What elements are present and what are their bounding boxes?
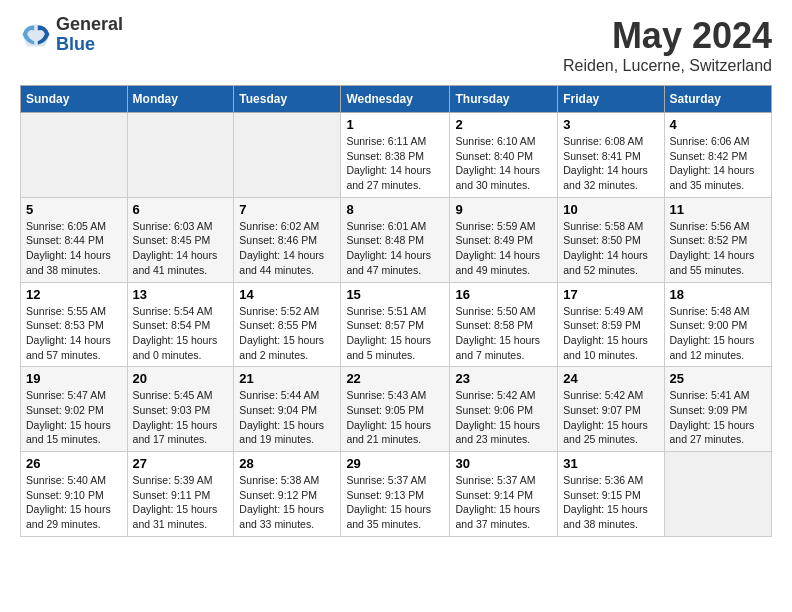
day-number: 29 [346, 456, 444, 471]
calendar-cell: 31Sunrise: 5:36 AMSunset: 9:15 PMDayligh… [558, 452, 664, 537]
day-number: 3 [563, 117, 658, 132]
day-number: 16 [455, 287, 552, 302]
calendar-cell: 14Sunrise: 5:52 AMSunset: 8:55 PMDayligh… [234, 282, 341, 367]
calendar-header: Sunday Monday Tuesday Wednesday Thursday… [21, 86, 772, 113]
day-number: 11 [670, 202, 767, 217]
day-info: Sunrise: 5:50 AMSunset: 8:58 PMDaylight:… [455, 304, 552, 363]
calendar-cell: 11Sunrise: 5:56 AMSunset: 8:52 PMDayligh… [664, 197, 772, 282]
day-info: Sunrise: 6:08 AMSunset: 8:41 PMDaylight:… [563, 134, 658, 193]
day-info: Sunrise: 5:40 AMSunset: 9:10 PMDaylight:… [26, 473, 122, 532]
calendar-cell [234, 113, 341, 198]
day-info: Sunrise: 5:51 AMSunset: 8:57 PMDaylight:… [346, 304, 444, 363]
day-info: Sunrise: 5:44 AMSunset: 9:04 PMDaylight:… [239, 388, 335, 447]
calendar-cell: 22Sunrise: 5:43 AMSunset: 9:05 PMDayligh… [341, 367, 450, 452]
day-info: Sunrise: 5:43 AMSunset: 9:05 PMDaylight:… [346, 388, 444, 447]
header-tuesday: Tuesday [234, 86, 341, 113]
day-info: Sunrise: 5:48 AMSunset: 9:00 PMDaylight:… [670, 304, 767, 363]
calendar-cell: 4Sunrise: 6:06 AMSunset: 8:42 PMDaylight… [664, 113, 772, 198]
day-info: Sunrise: 5:37 AMSunset: 9:14 PMDaylight:… [455, 473, 552, 532]
calendar-cell: 1Sunrise: 6:11 AMSunset: 8:38 PMDaylight… [341, 113, 450, 198]
calendar-cell [664, 452, 772, 537]
calendar-cell: 28Sunrise: 5:38 AMSunset: 9:12 PMDayligh… [234, 452, 341, 537]
logo-blue-label: Blue [56, 35, 123, 55]
week-row-4: 19Sunrise: 5:47 AMSunset: 9:02 PMDayligh… [21, 367, 772, 452]
day-info: Sunrise: 5:47 AMSunset: 9:02 PMDaylight:… [26, 388, 122, 447]
day-info: Sunrise: 5:55 AMSunset: 8:53 PMDaylight:… [26, 304, 122, 363]
day-info: Sunrise: 5:45 AMSunset: 9:03 PMDaylight:… [133, 388, 229, 447]
header: General Blue May 2024 Reiden, Lucerne, S… [20, 15, 772, 75]
header-wednesday: Wednesday [341, 86, 450, 113]
day-number: 20 [133, 371, 229, 386]
day-number: 21 [239, 371, 335, 386]
day-number: 28 [239, 456, 335, 471]
header-monday: Monday [127, 86, 234, 113]
calendar-cell: 10Sunrise: 5:58 AMSunset: 8:50 PMDayligh… [558, 197, 664, 282]
calendar-cell: 6Sunrise: 6:03 AMSunset: 8:45 PMDaylight… [127, 197, 234, 282]
calendar-cell: 29Sunrise: 5:37 AMSunset: 9:13 PMDayligh… [341, 452, 450, 537]
header-thursday: Thursday [450, 86, 558, 113]
day-info: Sunrise: 5:52 AMSunset: 8:55 PMDaylight:… [239, 304, 335, 363]
day-info: Sunrise: 5:38 AMSunset: 9:12 PMDaylight:… [239, 473, 335, 532]
calendar-cell: 9Sunrise: 5:59 AMSunset: 8:49 PMDaylight… [450, 197, 558, 282]
logo-text: General Blue [56, 15, 123, 55]
calendar-cell: 20Sunrise: 5:45 AMSunset: 9:03 PMDayligh… [127, 367, 234, 452]
calendar-cell: 25Sunrise: 5:41 AMSunset: 9:09 PMDayligh… [664, 367, 772, 452]
logo-icon [20, 21, 52, 49]
day-number: 12 [26, 287, 122, 302]
logo-general-label: General [56, 15, 123, 35]
day-info: Sunrise: 5:41 AMSunset: 9:09 PMDaylight:… [670, 388, 767, 447]
calendar-cell: 24Sunrise: 5:42 AMSunset: 9:07 PMDayligh… [558, 367, 664, 452]
day-number: 18 [670, 287, 767, 302]
calendar-cell: 2Sunrise: 6:10 AMSunset: 8:40 PMDaylight… [450, 113, 558, 198]
day-info: Sunrise: 6:05 AMSunset: 8:44 PMDaylight:… [26, 219, 122, 278]
calendar-cell: 23Sunrise: 5:42 AMSunset: 9:06 PMDayligh… [450, 367, 558, 452]
header-saturday: Saturday [664, 86, 772, 113]
calendar-cell: 16Sunrise: 5:50 AMSunset: 8:58 PMDayligh… [450, 282, 558, 367]
day-number: 30 [455, 456, 552, 471]
day-info: Sunrise: 5:49 AMSunset: 8:59 PMDaylight:… [563, 304, 658, 363]
day-number: 8 [346, 202, 444, 217]
day-number: 7 [239, 202, 335, 217]
calendar-cell: 3Sunrise: 6:08 AMSunset: 8:41 PMDaylight… [558, 113, 664, 198]
day-info: Sunrise: 5:42 AMSunset: 9:07 PMDaylight:… [563, 388, 658, 447]
calendar-table: Sunday Monday Tuesday Wednesday Thursday… [20, 85, 772, 537]
logo: General Blue [20, 15, 123, 55]
calendar-cell: 13Sunrise: 5:54 AMSunset: 8:54 PMDayligh… [127, 282, 234, 367]
day-info: Sunrise: 6:01 AMSunset: 8:48 PMDaylight:… [346, 219, 444, 278]
day-info: Sunrise: 5:58 AMSunset: 8:50 PMDaylight:… [563, 219, 658, 278]
calendar-cell [127, 113, 234, 198]
day-number: 9 [455, 202, 552, 217]
day-info: Sunrise: 6:02 AMSunset: 8:46 PMDaylight:… [239, 219, 335, 278]
title-block: May 2024 Reiden, Lucerne, Switzerland [563, 15, 772, 75]
day-number: 14 [239, 287, 335, 302]
day-info: Sunrise: 5:59 AMSunset: 8:49 PMDaylight:… [455, 219, 552, 278]
day-info: Sunrise: 5:36 AMSunset: 9:15 PMDaylight:… [563, 473, 658, 532]
header-friday: Friday [558, 86, 664, 113]
day-number: 5 [26, 202, 122, 217]
day-number: 1 [346, 117, 444, 132]
day-number: 10 [563, 202, 658, 217]
day-number: 19 [26, 371, 122, 386]
day-number: 26 [26, 456, 122, 471]
day-info: Sunrise: 6:06 AMSunset: 8:42 PMDaylight:… [670, 134, 767, 193]
main-title: May 2024 [563, 15, 772, 57]
calendar-cell: 8Sunrise: 6:01 AMSunset: 8:48 PMDaylight… [341, 197, 450, 282]
calendar-cell [21, 113, 128, 198]
day-number: 31 [563, 456, 658, 471]
day-info: Sunrise: 5:42 AMSunset: 9:06 PMDaylight:… [455, 388, 552, 447]
calendar-cell: 18Sunrise: 5:48 AMSunset: 9:00 PMDayligh… [664, 282, 772, 367]
calendar-cell: 7Sunrise: 6:02 AMSunset: 8:46 PMDaylight… [234, 197, 341, 282]
day-number: 22 [346, 371, 444, 386]
week-row-3: 12Sunrise: 5:55 AMSunset: 8:53 PMDayligh… [21, 282, 772, 367]
calendar-cell: 27Sunrise: 5:39 AMSunset: 9:11 PMDayligh… [127, 452, 234, 537]
calendar-cell: 12Sunrise: 5:55 AMSunset: 8:53 PMDayligh… [21, 282, 128, 367]
calendar-cell: 5Sunrise: 6:05 AMSunset: 8:44 PMDaylight… [21, 197, 128, 282]
day-info: Sunrise: 5:37 AMSunset: 9:13 PMDaylight:… [346, 473, 444, 532]
week-row-2: 5Sunrise: 6:05 AMSunset: 8:44 PMDaylight… [21, 197, 772, 282]
day-info: Sunrise: 5:54 AMSunset: 8:54 PMDaylight:… [133, 304, 229, 363]
calendar-cell: 17Sunrise: 5:49 AMSunset: 8:59 PMDayligh… [558, 282, 664, 367]
page: General Blue May 2024 Reiden, Lucerne, S… [0, 0, 792, 552]
week-row-1: 1Sunrise: 6:11 AMSunset: 8:38 PMDaylight… [21, 113, 772, 198]
day-number: 13 [133, 287, 229, 302]
day-info: Sunrise: 5:39 AMSunset: 9:11 PMDaylight:… [133, 473, 229, 532]
